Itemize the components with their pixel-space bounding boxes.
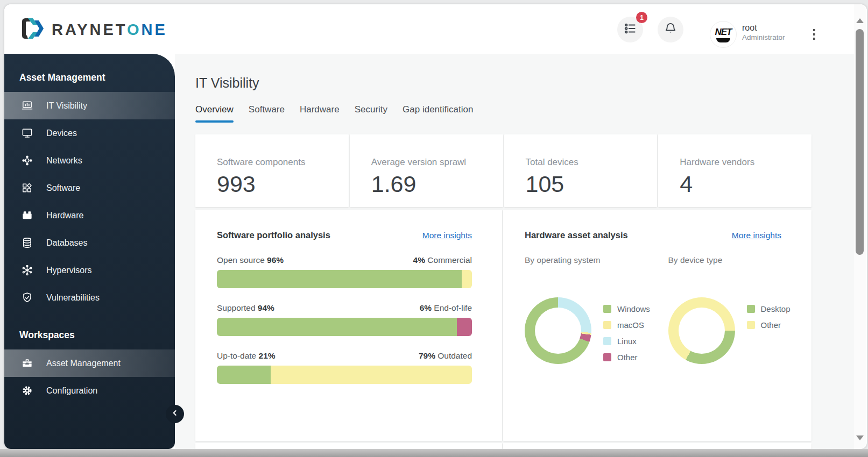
hardware-more-insights-link[interactable]: More insights (732, 231, 781, 240)
sidebar-collapse-button[interactable] (166, 405, 184, 423)
page-title: IT Visibility (195, 75, 259, 91)
stat-value: 1.69 (371, 171, 503, 197)
stat-value: 993 (217, 171, 349, 197)
hardware-donut-charts: WindowsmacOSLinuxOtherDesktopOther (503, 278, 811, 365)
legend-item-macos: macOS (603, 317, 650, 333)
network-icon (20, 154, 33, 167)
task-list-icon (623, 22, 637, 38)
database-icon (20, 237, 33, 249)
software-portfolio-bars: Open source 96%4% CommercialSupported 94… (195, 255, 502, 384)
shield-check-icon (20, 291, 33, 304)
chart-subtitle-by-operating-system: By operating system (525, 255, 600, 265)
stat-value: 105 (526, 171, 658, 197)
stat-label: Software components (217, 157, 349, 168)
scroll-down-arrow-icon[interactable] (856, 435, 864, 440)
software-more-insights-link[interactable]: More insights (422, 231, 472, 240)
tab-gap-identification[interactable]: Gap identification (403, 104, 473, 122)
bar-left-label: Supported 94% (217, 303, 274, 313)
sidebar-item-configuration[interactable]: Configuration (4, 377, 175, 404)
user-name: root (742, 23, 785, 33)
sidebar-item-label: Hypervisors (46, 266, 91, 275)
scroll-up-arrow-icon[interactable] (856, 18, 864, 23)
donut-ring (668, 297, 735, 364)
sidebar-item-label: Asset Management (46, 359, 121, 368)
sidebar-item-hypervisors[interactable]: Hypervisors (4, 256, 175, 284)
portfolio-bar-supported: Supported 94%6% End-of-life (195, 303, 502, 336)
sidebar-item-databases[interactable]: Databases (4, 229, 175, 256)
stat-card-total-devices: Total devices105 (504, 134, 658, 207)
donut-legend: DesktopOther (747, 301, 791, 365)
sidebar-item-hardware[interactable]: Hardware (4, 202, 175, 229)
portfolio-bar-open-source: Open source 96%4% Commercial (195, 255, 502, 288)
legend-label: Linux (617, 337, 637, 346)
bar-right-label: 79% Outdated (419, 351, 472, 361)
sidebar-nav: Asset ManagementIT VisibilityDevicesNetw… (4, 54, 175, 449)
bar-right-label: 4% Commercial (413, 255, 472, 265)
bar-left-label: Up-to-date 21% (217, 351, 276, 361)
briefcase-icon (20, 357, 33, 370)
donut-chart-by-device-type: DesktopOther (668, 297, 812, 365)
hypervisor-icon (20, 264, 33, 277)
stacked-bar (217, 366, 472, 384)
legend-swatch (603, 305, 611, 313)
logo-mark-icon (20, 17, 45, 42)
next-cards-sliver (195, 443, 811, 449)
legend-swatch (603, 321, 611, 329)
sidebar-item-software[interactable]: Software (4, 174, 175, 202)
legend-swatch (603, 337, 611, 345)
hardware-icon (20, 209, 33, 222)
sidebar-item-label: IT Visibility (46, 101, 87, 111)
scrollbar-thumb[interactable] (856, 29, 864, 255)
sidebar-item-label: Configuration (46, 386, 97, 396)
avatar-swoosh (716, 38, 730, 42)
stat-card-software-components: Software components993 (195, 134, 349, 207)
sidebar-item-vulnerabilities[interactable]: Vulnerabilities (4, 284, 175, 311)
tab-bar: OverviewSoftwareHardwareSecurityGap iden… (195, 104, 473, 122)
sidebar-item-label: Networks (46, 156, 82, 166)
sidebar-item-label: Vulnerabilities (46, 293, 100, 303)
sidebar-item-label: Databases (46, 238, 88, 248)
chart-subtitle-by-device-type: By device type (668, 255, 723, 265)
software-portfolio-card: Software portfolio analysis More insight… (195, 210, 502, 441)
stat-label: Hardware vendors (680, 157, 811, 168)
sidebar-item-asset-management[interactable]: Asset Management (4, 349, 175, 377)
laptop-chart-icon (20, 99, 33, 112)
legend-item-linux: Linux (603, 333, 650, 349)
tab-security[interactable]: Security (355, 104, 387, 122)
tab-hardware[interactable]: Hardware (300, 104, 340, 122)
stat-card-average-version-sprawl: Average version sprawl1.69 (350, 134, 503, 207)
legend-label: macOS (617, 320, 644, 330)
sidebar-item-devices[interactable]: Devices (4, 119, 175, 147)
portfolio-bar-up-to-date: Up-to-date 21%79% Outdated (195, 351, 502, 384)
logo-wordmark: RAYNETONE (52, 21, 167, 39)
overflow-menu-button[interactable] (807, 25, 821, 44)
sidebar-section-title-workspaces: Workspaces (4, 330, 175, 341)
user-info[interactable]: root Administrator (742, 23, 785, 42)
donut-ring (525, 297, 591, 364)
legend-label: Desktop (761, 304, 791, 313)
legend-item-windows: Windows (603, 301, 650, 317)
raynet-one-logo[interactable]: RAYNETONE (20, 17, 167, 42)
sidebar-item-label: Hardware (46, 211, 83, 220)
legend-item-other: Other (603, 349, 650, 365)
stacked-bar (217, 270, 472, 288)
bell-icon (664, 22, 678, 38)
vertical-scrollbar[interactable] (854, 4, 866, 449)
tab-software[interactable]: Software (249, 104, 285, 122)
sidebar-item-networks[interactable]: Networks (4, 147, 175, 174)
user-avatar[interactable]: NET (710, 21, 737, 48)
legend-item-desktop: Desktop (747, 301, 791, 317)
stat-label: Total devices (526, 157, 658, 168)
legend-swatch (603, 353, 611, 361)
notifications-button[interactable] (658, 17, 683, 42)
stat-value: 4 (680, 171, 811, 197)
tab-overview[interactable]: Overview (195, 104, 234, 122)
software-portfolio-title: Software portfolio analysis (217, 230, 330, 240)
sidebar-section-title-asset-management: Asset Management (4, 72, 175, 83)
legend-swatch (747, 305, 755, 313)
donut-chart-by-operating-system: WindowsmacOSLinuxOther (525, 297, 668, 365)
sidebar-item-it-visibility[interactable]: IT Visibility (4, 92, 175, 119)
legend-label: Other (617, 353, 638, 362)
chevron-left-icon (171, 409, 179, 419)
stacked-bar (217, 318, 472, 336)
